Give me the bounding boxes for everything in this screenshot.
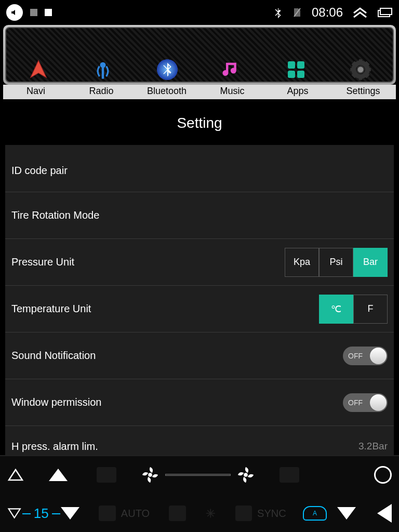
h-press-value: 3.2Bar [358, 441, 388, 452]
nav-label-bluetooth: Bluetooth [134, 85, 200, 99]
row-temp-unit: Temperature Unit ℃ F [5, 285, 394, 332]
row-tire-rotation[interactable]: Tire Rotation Mode [5, 192, 394, 238]
row-pressure-unit: Pressure Unit Kpa Psi Bar [5, 238, 394, 285]
row-id-code-pair[interactable]: ID code pair [5, 145, 394, 192]
id-code-pair-label: ID code pair [11, 165, 388, 177]
window-permission-label: Window permission [11, 396, 343, 408]
nav-settings[interactable] [328, 28, 393, 82]
square-icon [45, 9, 52, 16]
airflow-icon[interactable] [169, 506, 186, 521]
sync-label[interactable]: SYNC [257, 508, 286, 520]
window-permission-toggle[interactable]: OFF [343, 393, 388, 412]
settings-list: ID code pair Tire Rotation Mode Pressure… [5, 145, 394, 503]
nav-label-music: Music [200, 85, 265, 99]
pressure-kpa-button[interactable]: Kpa [285, 248, 319, 277]
power-button[interactable] [374, 466, 392, 484]
fan-up-button[interactable] [49, 469, 68, 481]
music-icon [220, 58, 244, 82]
fan-increase-icon[interactable] [236, 465, 256, 485]
auto-label[interactable]: AUTO [121, 508, 150, 520]
temp-f-button[interactable]: F [353, 295, 388, 324]
clock: 08:06 [312, 5, 343, 20]
svg-rect-9 [288, 71, 295, 78]
right-temp-down-button[interactable] [337, 507, 356, 520]
toggle-off-text: OFF [348, 352, 363, 360]
apps-icon [284, 58, 308, 82]
nav-radio[interactable] [71, 28, 135, 82]
svg-rect-10 [297, 71, 304, 78]
svg-point-21 [358, 67, 364, 73]
main-nav-bar [3, 25, 396, 85]
defrost-front-icon[interactable] [97, 467, 116, 483]
page-title: Setting [0, 99, 399, 145]
fan-down-button[interactable] [61, 507, 79, 520]
row-window-permission: Window permission OFF [5, 379, 394, 425]
svg-rect-2 [380, 8, 392, 15]
pressure-psi-button[interactable]: Psi [319, 248, 353, 277]
pressure-unit-selector: Kpa Psi Bar [285, 248, 388, 277]
left-temp-up-button[interactable] [7, 468, 24, 482]
svg-point-23 [244, 473, 248, 477]
pressure-bar-button[interactable]: Bar [353, 248, 388, 277]
nav-label-radio: Radio [69, 85, 134, 99]
seat-heat-left-icon[interactable] [99, 506, 116, 521]
tire-rotation-label: Tire Rotation Mode [11, 209, 388, 221]
snowflake-icon[interactable] [205, 507, 216, 520]
row-sound-notification: Sound Notification OFF [5, 332, 394, 379]
pressure-unit-label: Pressure Unit [11, 256, 285, 268]
radio-icon [91, 58, 115, 82]
svg-point-22 [148, 473, 152, 477]
image-icon [30, 9, 37, 16]
climate-bar: 15 AUTO SYNC A [0, 455, 399, 532]
recirculation-icon[interactable]: A [303, 506, 327, 521]
nav-label-navi: Navi [3, 85, 69, 99]
temp-c-button[interactable]: ℃ [319, 295, 353, 324]
svg-rect-7 [288, 61, 295, 69]
nav-labels: Navi Radio Bluetooth Music Apps Settings [3, 85, 396, 99]
nav-label-apps: Apps [265, 85, 330, 99]
fan-decrease-icon[interactable] [140, 465, 160, 485]
sound-notification-label: Sound Notification [11, 350, 343, 362]
sim-icon [292, 7, 302, 18]
svg-rect-4 [102, 68, 104, 79]
defrost-rear-icon[interactable] [280, 467, 299, 483]
nav-apps[interactable] [264, 28, 328, 82]
gear-icon [349, 58, 373, 82]
nav-music[interactable] [200, 28, 264, 82]
sound-notification-toggle[interactable]: OFF [343, 347, 388, 365]
temp-unit-label: Temperature Unit [11, 303, 319, 315]
bluetooth-icon [273, 7, 283, 18]
fan-level-bar[interactable] [165, 474, 231, 476]
status-bar: 08:06 [0, 0, 399, 25]
navigation-icon [26, 58, 50, 82]
nav-label-settings: Settings [330, 85, 396, 99]
temp-unit-selector: ℃ F [319, 295, 388, 324]
h-press-label: H press. alarm lim. [11, 441, 358, 453]
svg-point-3 [100, 62, 106, 68]
left-temp-down-button[interactable] [7, 507, 21, 520]
svg-rect-8 [297, 61, 304, 69]
toggle-off-text: OFF [348, 398, 363, 407]
back-button[interactable] [377, 504, 392, 523]
chevron-up-icon[interactable] [352, 7, 368, 18]
window-icon[interactable] [377, 7, 393, 18]
nav-navi[interactable] [6, 28, 71, 82]
seat-heat-right-icon[interactable] [235, 506, 252, 521]
temperature-value: 15 [34, 506, 49, 522]
volume-icon[interactable] [6, 4, 23, 21]
bluetooth-app-icon [155, 58, 179, 82]
nav-bluetooth[interactable] [135, 28, 200, 82]
